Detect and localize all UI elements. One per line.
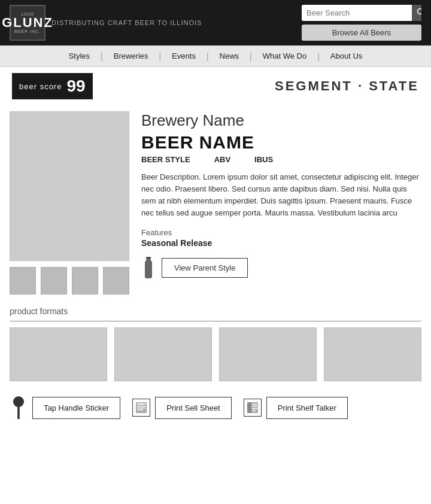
header-right: Browse All Beers — [302, 5, 421, 41]
bottle-icon — [141, 256, 156, 280]
tap-handle-sticker-button[interactable]: Tap Handle Sticker — [32, 397, 120, 419]
score-value: 99 — [66, 77, 85, 96]
tap-handle-group: Tap Handle Sticker — [10, 396, 120, 420]
svg-rect-8 — [137, 408, 145, 409]
sell-sheet-group: Print Sell Sheet — [132, 397, 232, 419]
svg-rect-15 — [252, 411, 256, 412]
logo-glunz: GLUNZ — [2, 16, 53, 29]
nav-events[interactable]: Events — [161, 51, 207, 60]
nav-styles[interactable]: Styles — [58, 51, 101, 60]
formats-row — [10, 327, 421, 381]
view-parent-style-button[interactable]: View Parent Style — [162, 258, 248, 278]
main-content: Brewery Name BEER NAME BEER STYLE ABV IB… — [0, 105, 431, 300]
thumb-row — [10, 267, 129, 294]
svg-rect-13 — [252, 406, 257, 408]
sell-sheet-icon — [132, 399, 150, 417]
print-shelf-talker-button[interactable]: Print Shelf Talker — [266, 397, 348, 419]
svg-rect-12 — [252, 404, 257, 405]
search-icon — [417, 8, 421, 16]
features-label: Features — [141, 228, 421, 237]
shelf-talker-icon — [244, 399, 262, 417]
svg-point-3 — [13, 396, 24, 407]
features-value: Seasonal Release — [141, 238, 421, 248]
score-bar: beer score 99 — [12, 73, 93, 99]
beer-description: Beer Description. Lorem ipsum dolor sit … — [141, 171, 421, 220]
print-sell-sheet-button[interactable]: Print Sell Sheet — [155, 397, 232, 419]
logo-box: LOUIS GLUNZ BEER INC. — [10, 5, 45, 41]
search-button[interactable] — [412, 5, 421, 21]
svg-rect-2 — [146, 257, 151, 259]
format-card-1[interactable] — [10, 327, 107, 381]
svg-rect-9 — [137, 409, 143, 411]
style-row: View Parent Style — [141, 256, 421, 280]
beer-name: BEER NAME — [141, 132, 421, 153]
thumb-1[interactable] — [10, 267, 36, 294]
shelf-talker-group: Print Shelf Talker — [244, 397, 348, 419]
product-formats-section: product formats — [0, 300, 431, 381]
format-card-4[interactable] — [324, 327, 421, 381]
svg-rect-7 — [137, 406, 145, 407]
formats-divider — [10, 321, 421, 321]
search-bar[interactable] — [302, 5, 421, 21]
svg-rect-4 — [17, 406, 20, 419]
tagline: DISTRIBUTING CRAFT BEER TO ILLINOIS — [51, 19, 202, 26]
beer-meta: BEER STYLE ABV IBUS — [141, 155, 421, 164]
main-beer-image — [10, 111, 129, 261]
nav-what-we-do[interactable]: What We Do — [252, 51, 317, 60]
top-row: beer score 99 SEGMENT · STATE — [0, 67, 431, 105]
beer-style: BEER STYLE — [141, 155, 190, 164]
beer-abv: ABV — [214, 155, 230, 164]
browse-all-beers-button[interactable]: Browse All Beers — [302, 25, 421, 41]
svg-rect-14 — [252, 408, 257, 409]
svg-rect-11 — [247, 402, 251, 413]
svg-point-0 — [418, 9, 422, 14]
nav-breweries[interactable]: Breweries — [103, 51, 159, 60]
print-actions: Tap Handle Sticker Print Sell Sheet — [0, 386, 431, 429]
beer-ibus: IBUS — [254, 155, 273, 164]
brewery-name: Brewery Name — [141, 111, 421, 130]
product-formats-label: product formats — [10, 306, 421, 316]
logo-area: LOUIS GLUNZ BEER INC. DISTRIBUTING CRAFT… — [10, 5, 202, 41]
format-card-2[interactable] — [114, 327, 212, 381]
search-input[interactable] — [302, 5, 412, 20]
nav-news[interactable]: News — [209, 51, 250, 60]
nav: Styles | Breweries | Events | News | Wha… — [0, 45, 431, 67]
right-col: Brewery Name BEER NAME BEER STYLE ABV IB… — [141, 111, 421, 294]
thumb-4[interactable] — [103, 267, 129, 294]
nav-about-us[interactable]: About Us — [320, 51, 373, 60]
svg-rect-6 — [137, 403, 145, 405]
score-label: beer score — [19, 82, 62, 91]
logo-beer: BEER INC. — [2, 29, 53, 34]
tap-icon — [10, 396, 28, 420]
header: LOUIS GLUNZ BEER INC. DISTRIBUTING CRAFT… — [0, 0, 431, 45]
left-col — [10, 111, 129, 294]
logo-text: LOUIS GLUNZ BEER INC. — [2, 12, 53, 34]
thumb-2[interactable] — [41, 267, 67, 294]
format-card-3[interactable] — [219, 327, 317, 381]
thumb-3[interactable] — [72, 267, 98, 294]
segment-state: SEGMENT · STATE — [275, 78, 425, 94]
